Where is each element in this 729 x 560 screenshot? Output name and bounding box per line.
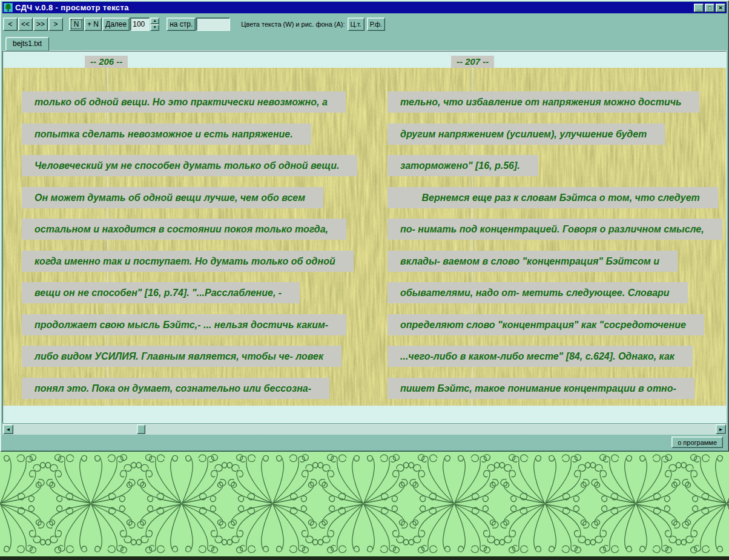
- title-bar: СДЧ v.0.8 - просмотр текста _ □ ✕: [2, 2, 727, 13]
- about-button[interactable]: о программе: [671, 436, 723, 448]
- app-window: СДЧ v.0.8 - просмотр текста _ □ ✕ < << >…: [0, 0, 729, 452]
- text-line: по- нимать под концентрацией. Говоря о р…: [388, 219, 722, 240]
- screen-edge: [0, 556, 729, 560]
- tab-bejts1[interactable]: bejts1.txt: [5, 37, 49, 51]
- text-line: обывателями, надо от- метить следующее. …: [388, 282, 688, 303]
- per-page-button[interactable]: на стр.: [167, 18, 196, 31]
- text-line: пишет Бэйтс, такое понимание концентраци…: [388, 378, 694, 399]
- text-line: продолжает свою мысль Бэйтс,- ... нельзя…: [22, 314, 346, 335]
- lines-spinedit: ▲ ▼: [130, 18, 159, 31]
- text-line: вещи он не способен" [16, p.74]. "...Рас…: [22, 282, 300, 303]
- text-line: определяют слово "концентрация" как "сос…: [388, 314, 704, 335]
- lines-count-input[interactable]: [130, 18, 150, 31]
- colors-label: Цвета текста (W) и рис. фона (А):: [241, 21, 345, 28]
- page-column-right: тельно, что избавление от напряжения мож…: [388, 91, 722, 406]
- text-line: попытка сделать невозможное и есть напря…: [22, 124, 311, 145]
- page-number-input[interactable]: [196, 18, 230, 31]
- text-line: ...чего-либо в каком-либо месте" [84, с.…: [388, 346, 693, 367]
- lines-spinner: ▲ ▼: [150, 18, 159, 31]
- text-line: либо видом УСИЛИЯ. Главным является, что…: [22, 346, 341, 367]
- next-page-button[interactable]: >: [48, 18, 63, 31]
- status-bar: о программе: [2, 435, 727, 450]
- scrollbar-thumb[interactable]: [137, 424, 145, 434]
- text-line: тельно, что избавление от напряжения мож…: [388, 91, 699, 113]
- spin-up-icon[interactable]: ▲: [150, 18, 159, 24]
- page-number-right: -- 207 --: [451, 56, 494, 68]
- prev-page-button[interactable]: <: [3, 18, 18, 31]
- desktop-pattern: [0, 452, 729, 556]
- text-line: заторможено" [16, p.56].: [388, 155, 538, 176]
- first-page-button[interactable]: <<: [18, 18, 33, 31]
- n-button[interactable]: N: [69, 18, 84, 31]
- close-button[interactable]: ✕: [716, 4, 725, 12]
- page-column-left: только об одной вещи. Но это практически…: [22, 91, 357, 406]
- next-button[interactable]: Далее: [102, 18, 130, 31]
- text-line: Человеческий ум не способен думать тольк…: [22, 155, 357, 176]
- horizontal-scrollbar[interactable]: ◄ ►: [2, 423, 727, 435]
- plus-n-button[interactable]: + N: [84, 18, 102, 31]
- toolbar: < << >> > N + N Далее ▲ ▼ на стр. Цвета …: [2, 13, 727, 33]
- text-viewer: -- 206 -- -- 207 --: [2, 51, 727, 423]
- tab-bar: bejts1.txt: [2, 33, 727, 51]
- text-line: Вернемся еще раз к словам Бэйтса о том, …: [388, 187, 718, 208]
- tree-icon: [4, 3, 13, 12]
- text-line: остальном и находится в состоянии покоя …: [22, 219, 346, 240]
- grass-background: только об одной вещи. Но это практически…: [3, 68, 726, 406]
- maximize-button[interactable]: □: [705, 4, 714, 12]
- minimize-button[interactable]: _: [694, 4, 704, 12]
- text-line: Он может думать об одной вещи лучше, чем…: [22, 187, 323, 208]
- bottom-margin-strip: [3, 406, 726, 423]
- scroll-right-icon[interactable]: ►: [716, 424, 726, 434]
- window-title: СДЧ v.0.8 - просмотр текста: [15, 3, 691, 12]
- scroll-left-icon[interactable]: ◄: [3, 424, 13, 434]
- bg-picture-button[interactable]: Р.ф.: [367, 18, 385, 31]
- text-line: вклады- ваемом в слово "концентрация" Бэ…: [388, 251, 678, 272]
- last-page-button[interactable]: >>: [33, 18, 48, 31]
- window-controls: _ □ ✕: [694, 4, 725, 12]
- text-line: когда именно так и поступает. Но думать …: [22, 251, 354, 272]
- text-line: другим напряжением (усилием), улучшение …: [388, 124, 665, 145]
- spin-down-icon[interactable]: ▼: [150, 24, 159, 31]
- text-line: понял это. Пока он думает, сознательно и…: [22, 378, 329, 399]
- text-color-button[interactable]: Ц.т.: [348, 18, 364, 31]
- page-number-left: -- 206 --: [85, 56, 128, 68]
- text-line: только об одной вещи. Но это практически…: [22, 91, 346, 113]
